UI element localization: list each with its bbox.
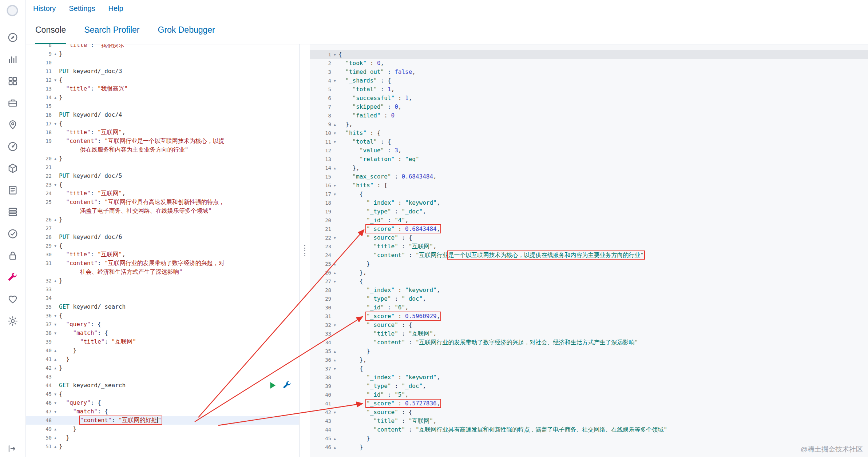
code-line[interactable]: 22▾ "_source" : {: [310, 233, 868, 242]
code-line[interactable]: 20 "_id" : "4",: [310, 216, 868, 225]
fold-toggle-icon[interactable]: ▾: [52, 180, 59, 189]
code-line[interactable]: 45▾{: [25, 390, 299, 398]
code-line[interactable]: 42▾ "_source" : {: [310, 408, 868, 417]
code-line[interactable]: 16PUT keyword/_doc/4: [25, 111, 299, 119]
fold-toggle-icon[interactable]: ▾: [52, 320, 59, 329]
fold-toggle-icon[interactable]: ▾: [52, 398, 59, 407]
code-line[interactable]: 21: [25, 163, 299, 172]
fold-toggle-icon[interactable]: ▴: [331, 164, 338, 172]
sidebar-item-discover[interactable]: [0, 27, 25, 48]
fold-toggle-icon[interactable]: ▴: [52, 425, 59, 433]
fold-toggle-icon[interactable]: ▾: [331, 277, 338, 286]
fold-toggle-icon[interactable]: ▴: [331, 268, 338, 277]
code-line[interactable]: 17▾ {: [310, 190, 868, 199]
code-line[interactable]: 19 "_type" : "_doc",: [310, 207, 868, 216]
fold-toggle-icon[interactable]: ▾: [331, 233, 338, 242]
code-line[interactable]: 8 "title": "我很快乐": [25, 44, 299, 49]
menu-help[interactable]: Help: [108, 4, 123, 13]
code-line[interactable]: 29▾{: [25, 241, 299, 250]
code-line[interactable]: 38 "_index" : "keyword",: [310, 373, 868, 382]
code-line[interactable]: 8 "failed" : 0: [310, 111, 868, 120]
code-line[interactable]: 46▾ "query": {: [25, 398, 299, 407]
code-line[interactable]: 51▴}: [25, 442, 299, 451]
code-line[interactable]: 29 "_type" : "_doc",: [310, 294, 868, 303]
sidebar-item-visualize[interactable]: [0, 48, 25, 70]
code-line[interactable]: 40▴ }: [25, 346, 299, 355]
code-line[interactable]: 22PUT keyword/_doc/5: [25, 172, 299, 180]
menu-settings[interactable]: Settings: [69, 4, 95, 13]
sidebar-item-machine-learning[interactable]: [0, 92, 25, 114]
code-line[interactable]: 5 "total" : 1,: [310, 85, 868, 94]
code-line[interactable]: 21 "_score" : 0.6843484,: [310, 225, 868, 233]
menu-history[interactable]: History: [33, 4, 56, 13]
code-line[interactable]: 13 "title": "我很高兴": [25, 84, 299, 93]
fold-toggle-icon[interactable]: ▴: [331, 443, 338, 452]
request-options-button[interactable]: [282, 380, 293, 390]
sidebar-item-monitoring[interactable]: [0, 288, 25, 310]
fold-toggle-icon[interactable]: ▾: [331, 129, 338, 137]
fold-toggle-icon[interactable]: ▾: [52, 407, 59, 416]
code-line[interactable]: 41 "_score" : 0.5727836,: [310, 399, 868, 408]
tab-console[interactable]: Console: [35, 17, 66, 44]
code-line[interactable]: 37▾ {: [310, 364, 868, 373]
code-line[interactable]: 14▴}: [25, 93, 299, 102]
code-line[interactable]: 35GET keyword/_search: [25, 302, 299, 311]
code-line[interactable]: 28PUT keyword/_doc/6: [25, 233, 299, 241]
code-line[interactable]: 25▴ }: [310, 260, 868, 268]
code-line[interactable]: 供在线服务和内容为主要业务方向的行业": [25, 145, 299, 154]
elastic-logo[interactable]: [6, 4, 19, 17]
fold-toggle-icon[interactable]: ▾: [331, 137, 338, 146]
code-line[interactable]: 44GET keyword/_search: [25, 381, 299, 390]
code-line[interactable]: 42▴}: [25, 364, 299, 372]
sidebar-item-dashboard[interactable]: [0, 70, 25, 92]
code-line[interactable]: 12▾{: [25, 76, 299, 84]
fold-toggle-icon[interactable]: ▴: [331, 347, 338, 356]
code-line[interactable]: 17▾{: [25, 119, 299, 128]
code-line[interactable]: 10▾ "hits" : {: [310, 129, 868, 137]
code-line[interactable]: 10: [25, 58, 299, 67]
sidebar-item-maps[interactable]: [0, 114, 25, 136]
code-line[interactable]: 31 "_score" : 0.5960929,: [310, 312, 868, 321]
fold-toggle-icon[interactable]: ▾: [331, 364, 338, 373]
code-line[interactable]: 36▴ },: [310, 356, 868, 364]
fold-toggle-icon[interactable]: ▴: [52, 154, 59, 163]
code-line[interactable]: 23▾{: [25, 180, 299, 189]
code-line[interactable]: 16▾ "hits" : [: [310, 181, 868, 190]
code-line[interactable]: 社会、经济和生活方式产生了深远影响": [25, 268, 299, 276]
code-line[interactable]: 2 "took" : 0,: [310, 59, 868, 68]
code-line[interactable]: 27▾ {: [310, 277, 868, 286]
sidebar-item-dev-tools[interactable]: [0, 266, 25, 288]
fold-toggle-icon[interactable]: ▴: [331, 356, 338, 364]
code-line[interactable]: 18 "_index" : "keyword",: [310, 199, 868, 207]
code-line[interactable]: 43 "title" : "互联网",: [310, 417, 868, 425]
code-line[interactable]: 40 "_id" : "5",: [310, 390, 868, 399]
sidebar-item-metrics[interactable]: [0, 201, 25, 223]
code-line[interactable]: 15: [25, 102, 299, 111]
code-line[interactable]: 43: [25, 372, 299, 381]
code-line[interactable]: 13 "relation" : "eq": [310, 155, 868, 164]
fold-toggle-icon[interactable]: ▴: [52, 215, 59, 224]
code-line[interactable]: 3 "timed_out" : false,: [310, 68, 868, 76]
sidebar-item-canvas[interactable]: [0, 157, 25, 179]
code-line[interactable]: 34: [25, 294, 299, 302]
code-line[interactable]: 7 "skipped" : 0,: [310, 103, 868, 111]
sidebar-item-uptime[interactable]: [0, 223, 25, 245]
fold-toggle-icon[interactable]: ▾: [331, 76, 338, 85]
fold-toggle-icon[interactable]: ▴: [52, 355, 59, 364]
fold-toggle-icon[interactable]: ▴: [52, 276, 59, 285]
fold-toggle-icon[interactable]: ▴: [52, 442, 59, 451]
code-line[interactable]: 26▴ },: [310, 268, 868, 277]
fold-toggle-icon[interactable]: ▾: [331, 181, 338, 190]
code-line[interactable]: 24 "content" : "互联网行业是一个以互联网技术为核心，以提供在线服…: [310, 251, 868, 260]
fold-toggle-icon[interactable]: ▾: [52, 119, 59, 128]
code-line[interactable]: 25 "content": "互联网行业具有高速发展和创新性强的特点，: [25, 198, 299, 207]
code-line[interactable]: 32▾ "_source" : {: [310, 321, 868, 329]
code-line[interactable]: 26▴}: [25, 215, 299, 224]
sidebar-item-apm[interactable]: [0, 136, 25, 157]
code-line[interactable]: 27: [25, 224, 299, 233]
code-line[interactable]: 48 "content": "互联网的好处": [25, 416, 299, 425]
fold-toggle-icon[interactable]: ▴: [331, 260, 338, 268]
fold-toggle-icon[interactable]: ▾: [52, 390, 59, 398]
code-line[interactable]: 23 "title" : "互联网",: [310, 242, 868, 251]
code-line[interactable]: 36▾{: [25, 311, 299, 320]
